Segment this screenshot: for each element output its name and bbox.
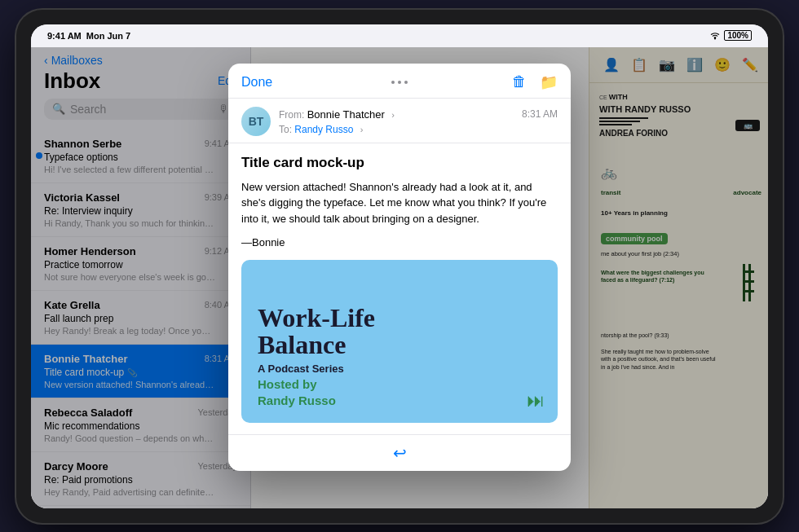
recipient-name: Randy Russo bbox=[294, 124, 353, 135]
from-label-row: From: Bonnie Thatcher › bbox=[279, 107, 395, 121]
battery-icon: 100% bbox=[724, 30, 752, 41]
status-bar-right: 100% bbox=[709, 30, 752, 41]
email-subject: Title card mock-up bbox=[241, 155, 558, 171]
status-date: Mon Jun 7 bbox=[86, 31, 130, 41]
podcast-subtitle: A Podcast Series bbox=[258, 363, 541, 375]
modal-actions: 🗑 📁 bbox=[512, 73, 558, 91]
main-area: ‹ Mailboxes Inbox Edit 🔍 Search 🎙 bbox=[31, 47, 768, 508]
to-arrow-icon: › bbox=[360, 125, 364, 134]
to-line: To: Randy Russo › bbox=[279, 121, 558, 136]
trash-icon[interactable]: 🗑 bbox=[512, 73, 527, 90]
from-line: From: Bonnie Thatcher › 8:31 AM bbox=[279, 107, 558, 121]
reply-icon[interactable]: ↩ bbox=[393, 443, 407, 463]
email-modal: Done 🗑 📁 BT bbox=[228, 64, 571, 472]
status-time: 9:41 AM bbox=[47, 31, 82, 41]
podcast-title: Work-LifeBalance bbox=[258, 305, 541, 359]
email-body: Title card mock-up New version attached!… bbox=[228, 143, 571, 435]
podcast-play-button[interactable]: ⏭ bbox=[527, 390, 545, 411]
from-arrow-icon: › bbox=[391, 110, 395, 120]
modal-toolbar: Done 🗑 📁 bbox=[228, 64, 571, 99]
ipad-screen: 9:41 AM Mon Jun 7 100% bbox=[31, 24, 768, 508]
to-label: To: bbox=[279, 124, 294, 135]
reply-area: ↩ bbox=[228, 434, 571, 471]
wifi-icon bbox=[709, 31, 721, 40]
play-icon: ⏭ bbox=[527, 390, 545, 411]
podcast-hosted-by: Hosted byRandy Russo bbox=[258, 376, 541, 408]
modal-from-row: BT From: Bonnie Thatcher › 8:31 AM bbox=[228, 99, 571, 143]
email-signature: —Bonnie bbox=[241, 236, 558, 248]
done-button[interactable]: Done bbox=[241, 75, 272, 90]
sender-avatar: BT bbox=[241, 107, 271, 136]
email-time: 8:31 AM bbox=[522, 108, 558, 120]
modal-dots bbox=[391, 81, 408, 84]
email-body-text: New version attached! Shannon's already … bbox=[241, 179, 558, 227]
sender-name: Bonnie Thatcher bbox=[307, 108, 385, 121]
status-bar-left: 9:41 AM Mon Jun 7 bbox=[47, 31, 130, 41]
battery-level: 100% bbox=[727, 31, 748, 40]
from-label: From: bbox=[279, 109, 307, 121]
status-bar: 9:41 AM Mon Jun 7 100% bbox=[31, 24, 768, 47]
modal-overlay: Done 🗑 📁 BT bbox=[31, 47, 768, 508]
svg-point-0 bbox=[714, 38, 716, 40]
folder-icon[interactable]: 📁 bbox=[540, 73, 558, 91]
from-info: From: Bonnie Thatcher › 8:31 AM To: Rand… bbox=[279, 107, 558, 136]
ipad-frame: 9:41 AM Mon Jun 7 100% bbox=[16, 10, 783, 523]
podcast-card: Work-LifeBalance A Podcast Series Hosted… bbox=[241, 260, 558, 423]
